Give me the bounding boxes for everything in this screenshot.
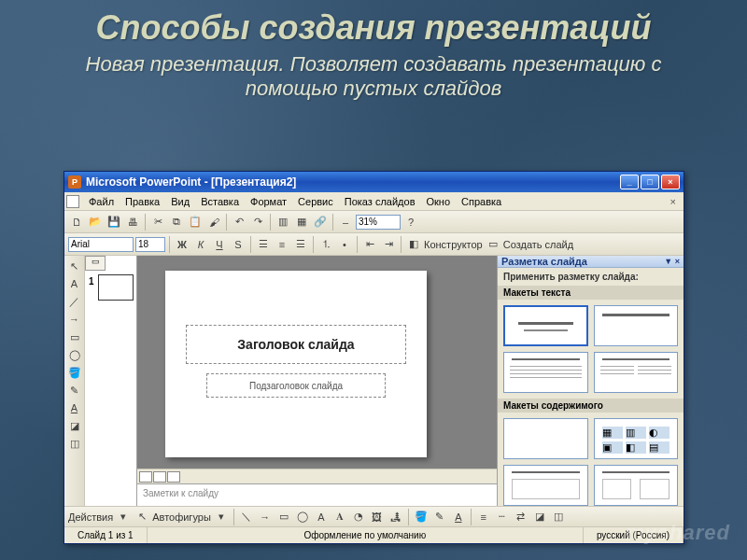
document-icon[interactable]: [66, 195, 79, 208]
line-icon[interactable]: ＼: [238, 509, 255, 525]
menu-slideshow[interactable]: Показ слайдов: [339, 194, 421, 209]
doc-close-button[interactable]: ×: [665, 196, 682, 207]
tool-oval-icon[interactable]: ◯: [66, 346, 83, 363]
increase-indent-icon[interactable]: ⇥: [380, 236, 397, 253]
font-combo[interactable]: Arial: [68, 237, 134, 252]
undo-icon[interactable]: ↶: [231, 214, 247, 231]
outline-tab-icon[interactable]: ▭: [85, 256, 106, 271]
sorter-view-icon[interactable]: [153, 471, 166, 483]
tool-text-icon[interactable]: A: [66, 275, 83, 292]
tool-linecolor-icon[interactable]: ✎: [66, 382, 83, 399]
decrease-indent-icon[interactable]: ⇤: [361, 236, 378, 253]
layout-blank[interactable]: [503, 418, 588, 459]
diagram-icon[interactable]: ◔: [350, 509, 367, 525]
arrow-style-icon[interactable]: ⇄: [513, 509, 529, 525]
title-bar[interactable]: P Microsoft PowerPoint - [Презентация2] …: [64, 172, 684, 192]
textbox-icon[interactable]: A: [313, 509, 330, 525]
font-size-combo[interactable]: 18: [135, 237, 165, 252]
zoom-combo[interactable]: 31%: [356, 215, 401, 230]
menu-insert[interactable]: Вставка: [195, 194, 245, 209]
help-icon[interactable]: ?: [402, 214, 419, 231]
new-slide-button[interactable]: Создать слайд: [503, 239, 573, 250]
tool-arrow-icon[interactable]: →: [66, 311, 83, 328]
minimize-button[interactable]: _: [620, 175, 639, 189]
menu-file[interactable]: Файл: [83, 194, 120, 209]
maximize-button[interactable]: □: [641, 175, 659, 189]
taskpane-header[interactable]: Разметка слайда ▼ ×: [498, 256, 684, 268]
print-icon[interactable]: 🖶: [124, 214, 141, 231]
designer-button[interactable]: Конструктор: [424, 239, 483, 250]
designer-icon[interactable]: ◧: [405, 236, 422, 253]
new-slide-icon[interactable]: ▭: [485, 236, 501, 253]
tool-rect-icon[interactable]: ▭: [66, 329, 83, 345]
wordart-icon[interactable]: 𝐀: [331, 509, 348, 525]
tool-fill-icon[interactable]: 🪣: [66, 364, 83, 381]
layout-title-only[interactable]: [594, 305, 679, 346]
bold-button[interactable]: Ж: [174, 236, 190, 253]
align-left-icon[interactable]: ☰: [255, 236, 272, 253]
save-icon[interactable]: 💾: [106, 214, 122, 231]
zoom-out-icon[interactable]: –: [337, 214, 354, 231]
layout-title-content[interactable]: [503, 465, 588, 506]
line-color-icon[interactable]: ✎: [431, 509, 448, 525]
layout-two-column[interactable]: [594, 352, 679, 393]
font-color-icon[interactable]: A: [450, 509, 467, 525]
redo-icon[interactable]: ↷: [249, 214, 266, 231]
close-button[interactable]: ×: [661, 175, 680, 189]
align-center-icon[interactable]: ≡: [274, 236, 290, 253]
paste-icon[interactable]: 📋: [187, 214, 204, 231]
subtitle-placeholder[interactable]: Подзаголовок слайда: [206, 373, 386, 398]
slide-canvas[interactable]: Заголовок слайда Подзаголовок слайда: [137, 256, 497, 469]
shadow-style-icon[interactable]: ◪: [531, 509, 548, 525]
menu-window[interactable]: Окно: [421, 194, 457, 209]
arrow-icon[interactable]: →: [257, 509, 274, 525]
title-placeholder[interactable]: Заголовок слайда: [186, 325, 406, 364]
actions-menu[interactable]: Действия: [68, 511, 113, 523]
dash-style-icon[interactable]: ┄: [494, 509, 511, 525]
tool-3d-icon[interactable]: ◫: [66, 435, 83, 452]
normal-view-icon[interactable]: [139, 471, 152, 483]
chart-icon[interactable]: ▥: [275, 214, 291, 231]
open-icon[interactable]: 📂: [87, 214, 104, 231]
notes-pane[interactable]: Заметки к слайду: [137, 483, 497, 506]
autoshapes-dropdown-icon[interactable]: ▾: [213, 509, 230, 525]
new-icon[interactable]: 🗋: [68, 214, 85, 231]
cut-icon[interactable]: ✂: [149, 214, 166, 231]
layout-title-text[interactable]: [503, 352, 588, 393]
layout-content[interactable]: ▦▥◐ ▣◧▤: [594, 418, 679, 459]
autoshapes-menu[interactable]: Автофигуры: [152, 511, 211, 523]
copy-icon[interactable]: ⧉: [168, 214, 185, 231]
menu-tools[interactable]: Сервис: [292, 194, 339, 209]
dropdown-icon[interactable]: ▾: [115, 509, 132, 525]
menu-view[interactable]: Вид: [165, 194, 195, 209]
tool-fontcolor-icon[interactable]: A: [66, 399, 83, 416]
slide-edit-surface[interactable]: Заголовок слайда Подзаголовок слайда: [165, 271, 427, 457]
shadow-button[interactable]: S: [230, 236, 247, 253]
bullets-icon[interactable]: •: [336, 236, 353, 253]
menu-help[interactable]: Справка: [456, 194, 507, 209]
format-painter-icon[interactable]: 🖌: [205, 214, 222, 231]
line-style-icon[interactable]: ≡: [475, 509, 492, 525]
hyperlink-icon[interactable]: 🔗: [312, 214, 329, 231]
layout-title-slide[interactable]: [503, 305, 588, 346]
clipart-icon[interactable]: 🖼: [369, 509, 386, 525]
oval-icon[interactable]: ◯: [294, 509, 311, 525]
menu-edit[interactable]: Правка: [120, 194, 165, 209]
outline-pane[interactable]: ▭ 1: [85, 256, 137, 506]
tool-shadow-icon[interactable]: ◪: [66, 417, 83, 434]
layout-two-content[interactable]: [594, 465, 679, 506]
slideshow-view-icon[interactable]: [167, 471, 180, 483]
picture-icon[interactable]: 🏞: [388, 509, 404, 525]
select-icon[interactable]: ↖: [134, 509, 150, 525]
italic-button[interactable]: К: [192, 236, 209, 253]
fill-color-icon[interactable]: 🪣: [413, 509, 430, 525]
rectangle-icon[interactable]: ▭: [275, 509, 292, 525]
slide-thumbnail[interactable]: [98, 274, 134, 301]
align-right-icon[interactable]: ☰: [292, 236, 309, 253]
numbering-icon[interactable]: ⒈: [317, 236, 334, 253]
table-icon[interactable]: ▦: [293, 214, 310, 231]
menu-format[interactable]: Формат: [245, 194, 292, 209]
3d-style-icon[interactable]: ◫: [550, 509, 567, 525]
underline-button[interactable]: Ч: [211, 236, 228, 253]
tool-line-icon[interactable]: ／: [66, 293, 83, 310]
